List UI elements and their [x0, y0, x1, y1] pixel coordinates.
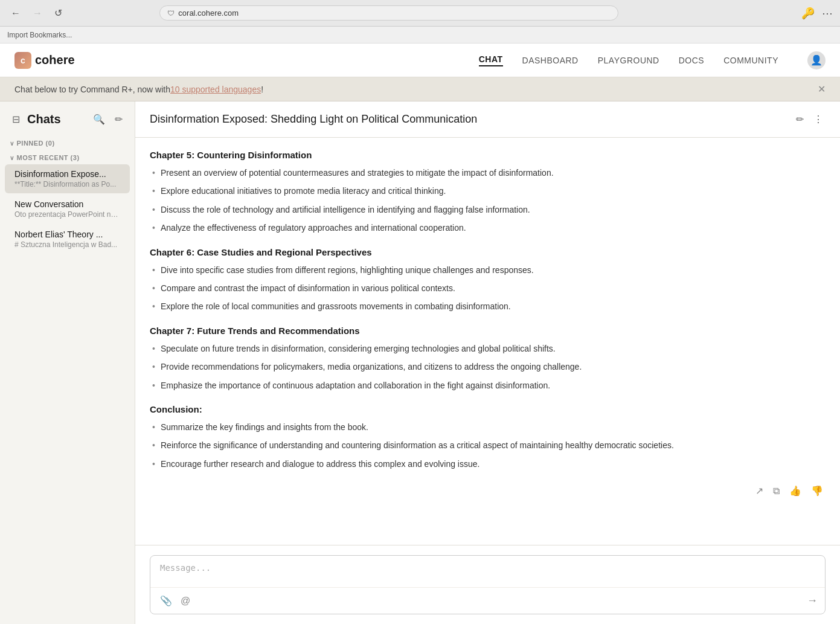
copy-button[interactable]: ⧉ [771, 483, 782, 499]
bullet-item: Dive into specific case studies from dif… [150, 263, 826, 277]
bullet-item: Summarize the key findings and insights … [150, 420, 826, 434]
chat-input-wrapper: 📎 @ → [150, 555, 826, 614]
chat-title: Disinformation Exposed: Shedding Light o… [150, 113, 794, 126]
message-input[interactable] [150, 556, 825, 585]
chat-item-3[interactable]: Norbert Elias' Theory ... # Sztuczna Int… [5, 225, 130, 254]
new-chat-button[interactable]: ✏ [112, 111, 125, 127]
bullet-item: Analyze the effectiveness of regulatory … [150, 221, 826, 234]
chapter-5-bullets: Present an overview of potential counter… [150, 166, 826, 235]
bullet-item: Present an overview of potential counter… [150, 166, 826, 179]
app-wrapper: c cohere CHAT DASHBOARD PLAYGROUND DOCS … [0, 43, 840, 624]
chapter-7-heading: Chapter 7: Future Trends and Recommendat… [150, 326, 826, 336]
mention-button[interactable]: @ [178, 593, 193, 609]
conclusion-label: Conclusion: [150, 404, 826, 414]
send-button[interactable]: → [807, 594, 818, 607]
thumbs-up-button[interactable]: 👍 [787, 483, 804, 499]
logo-text: cohere [35, 53, 75, 67]
chat-item-2[interactable]: New Conversation Oto prezentacja PowerPo… [5, 195, 130, 224]
most-recent-section-label[interactable]: ∨ MOST RECENT (3) [0, 149, 135, 164]
share-button[interactable]: ↗ [753, 483, 766, 499]
logo-icon: c [14, 52, 31, 69]
chat-header-actions: ✏ ⋮ [794, 111, 826, 127]
logo: c cohere [14, 52, 75, 69]
banner-text-prefix: Chat below to try Command R+, now with [14, 85, 170, 94]
key-icon: 🔑 [801, 7, 815, 20]
pinned-label-text: PINNED (0) [17, 140, 55, 147]
chat-messages: Chapter 5: Countering Disinformation Pre… [135, 138, 840, 545]
chat-item-1[interactable]: Disinformation Expose... **Title:** Disi… [5, 164, 130, 193]
chapter-6-heading: Chapter 6: Case Studies and Regional Per… [150, 247, 826, 257]
chat-area: Disinformation Exposed: Shedding Light o… [135, 101, 840, 624]
bookmarks-bar: Import Bookmarks... [0, 27, 840, 43]
bullet-item: Emphasize the importance of continuous a… [150, 379, 826, 392]
sidebar-title: Chats [27, 112, 86, 126]
chat-input-footer: 📎 @ → [150, 587, 825, 614]
sidebar-header: ⊟ Chats 🔍 ✏ [0, 101, 135, 135]
conclusion-bullets: Summarize the key findings and insights … [150, 420, 826, 471]
banner-link[interactable]: 10 supported languages [170, 85, 261, 94]
user-avatar[interactable]: 👤 [807, 51, 826, 69]
search-button[interactable]: 🔍 [91, 111, 107, 127]
bullet-item: Compare and contrast the impact of disin… [150, 281, 826, 295]
top-nav: c cohere CHAT DASHBOARD PLAYGROUND DOCS … [0, 43, 840, 77]
back-button[interactable]: ← [7, 7, 24, 20]
chapter-6-bullets: Dive into specific case studies from dif… [150, 263, 826, 314]
chat-item-2-preview: Oto prezentacja PowerPoint na... [14, 210, 120, 219]
more-options-button[interactable]: ⋮ [811, 111, 826, 127]
more-icon[interactable]: ⋯ [822, 7, 833, 20]
nav-community[interactable]: COMMUNITY [723, 56, 778, 65]
nav-links: CHAT DASHBOARD PLAYGROUND DOCS COMMUNITY… [479, 51, 826, 69]
chat-item-2-title: New Conversation [14, 199, 120, 209]
security-icon: 🛡 [167, 9, 175, 18]
url-text: coral.cohere.com [178, 8, 239, 18]
nav-playground[interactable]: PLAYGROUND [598, 56, 659, 65]
chat-item-3-preview: # Sztuczna Inteligencja w Bad... [14, 240, 120, 249]
chat-header: Disinformation Exposed: Shedding Light o… [135, 101, 840, 138]
promo-banner: Chat below to try Command R+, now with 1… [0, 77, 840, 101]
message-actions: ↗ ⧉ 👍 👎 [150, 478, 826, 499]
most-recent-label-text: MOST RECENT (3) [17, 154, 80, 161]
nav-docs[interactable]: DOCS [679, 56, 704, 65]
chapter-7-bullets: Speculate on future trends in disinforma… [150, 342, 826, 392]
bullet-item: Reinforce the significance of understand… [150, 439, 826, 452]
main-layout: ⊟ Chats 🔍 ✏ ∨ PINNED (0) ∨ MOST RECENT (… [0, 101, 840, 624]
thumbs-down-button[interactable]: 👎 [809, 483, 826, 499]
sidebar: ⊟ Chats 🔍 ✏ ∨ PINNED (0) ∨ MOST RECENT (… [0, 101, 135, 624]
bullet-item: Explore the role of local communities an… [150, 300, 826, 313]
browser-chrome: ← → ↺ 🛡 coral.cohere.com 🔑 ⋯ [0, 0, 840, 27]
bullet-item: Discuss the role of technology and artif… [150, 203, 826, 216]
pinned-section-label[interactable]: ∨ PINNED (0) [0, 135, 135, 149]
most-recent-chevron-icon: ∨ [10, 155, 14, 161]
chat-item-3-title: Norbert Elias' Theory ... [14, 230, 120, 239]
import-bookmarks-link[interactable]: Import Bookmarks... [7, 31, 72, 39]
pinned-chevron-icon: ∨ [10, 140, 14, 147]
bullet-item: Speculate on future trends in disinforma… [150, 342, 826, 355]
banner-text-suffix: ! [261, 85, 263, 94]
chat-input-area: 📎 @ → [135, 545, 840, 624]
edit-chat-button[interactable]: ✏ [794, 111, 806, 127]
nav-chat[interactable]: CHAT [479, 54, 503, 66]
bullet-item: Encourage further research and dialogue … [150, 457, 826, 471]
chat-item-1-title: Disinformation Expose... [14, 169, 120, 179]
bullet-item: Provide recommendations for policymakers… [150, 360, 826, 373]
address-bar[interactable]: 🛡 coral.cohere.com [159, 5, 618, 21]
banner-close-button[interactable]: ✕ [818, 83, 826, 95]
sidebar-toggle-button[interactable]: ⊟ [10, 111, 22, 127]
forward-button[interactable]: → [29, 7, 46, 20]
browser-extra-controls: 🔑 ⋯ [801, 7, 833, 20]
chat-item-1-preview: **Title:** Disinformation as Po... [14, 180, 120, 188]
reload-button[interactable]: ↺ [51, 6, 66, 20]
attach-button[interactable]: 📎 [158, 593, 175, 609]
bullet-item: Explore educational initiatives to promo… [150, 184, 826, 198]
nav-dashboard[interactable]: DASHBOARD [522, 56, 579, 65]
chapter-5-heading: Chapter 5: Countering Disinformation [150, 150, 826, 160]
